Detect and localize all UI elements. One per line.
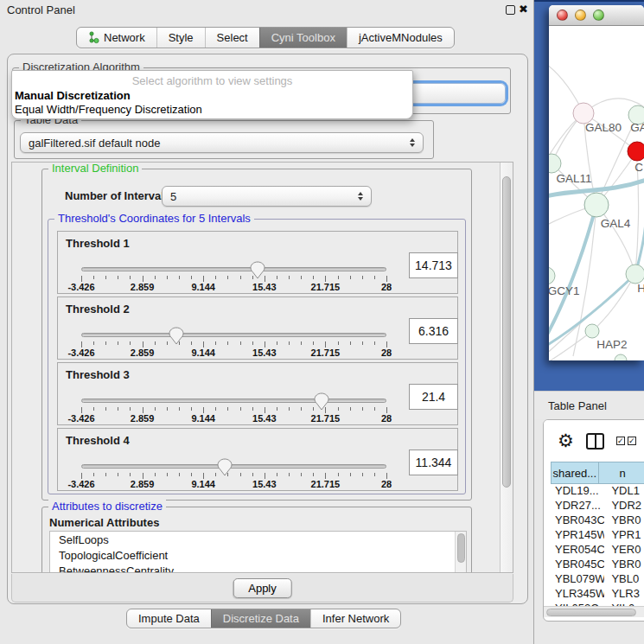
apply-strip: Apply [11, 574, 513, 603]
graph-node[interactable] [584, 193, 609, 217]
attributes-group-title: Attributes to discretize [48, 500, 166, 513]
column-header-shared[interactable]: shared... [551, 462, 599, 484]
zoom-traffic-light[interactable] [593, 10, 604, 21]
table-row[interactable]: YBL079WYBL0 [544, 572, 644, 587]
tab-network[interactable]: Network [77, 28, 156, 48]
checkbox-icon[interactable]: ✓ [628, 437, 636, 445]
cell[interactable]: YER0 [604, 543, 644, 558]
column-header-name[interactable]: n [599, 462, 644, 484]
list-item[interactable]: SelfLoops [50, 532, 466, 547]
threshold-2-slider[interactable] [81, 333, 386, 337]
graph-node[interactable] [626, 265, 644, 284]
table-row[interactable]: YDL19...YDL1 [544, 484, 644, 499]
tick-label: 9.144 [191, 348, 215, 358]
threshold-1-slider[interactable] [81, 267, 386, 271]
threshold-4-slider[interactable] [81, 464, 386, 469]
apply-button[interactable]: Apply [233, 578, 292, 598]
tick-mark [215, 407, 216, 411]
tick-mark [191, 276, 192, 279]
close-icon[interactable]: ✖ [519, 3, 528, 16]
tab-discretize-data[interactable]: Discretize Data [211, 609, 310, 628]
tick-mark [143, 276, 143, 282]
list-scrollbar[interactable] [455, 532, 466, 573]
numerical-attributes-list[interactable]: SelfLoops TopologicalCoefficient Between… [49, 531, 467, 573]
table-horizontal-scrollbar[interactable] [544, 606, 644, 617]
tick-mark [155, 341, 156, 345]
graph-node[interactable] [628, 142, 644, 161]
close-traffic-light[interactable] [557, 10, 568, 21]
graph-node[interactable] [585, 324, 599, 338]
tick-mark [130, 407, 131, 411]
cell[interactable]: YBL0 [604, 572, 644, 587]
cell[interactable]: YLR3 [604, 587, 644, 602]
graph-node[interactable] [549, 267, 555, 284]
list-item[interactable]: BetweennessCentrality [50, 563, 466, 573]
slider-tick-labels: -3.4262.8599.14415.4321.71528 [81, 413, 386, 424]
cell[interactable]: YBR0 [604, 513, 644, 528]
tick-mark [81, 473, 82, 479]
tick-mark [265, 341, 265, 348]
threshold-3-value[interactable]: 21.4 [409, 384, 458, 410]
cell[interactable]: YER054C [551, 543, 604, 558]
table-body[interactable]: YDL19...YDL1 YDR27...YDR2 YBR043CYBR0 YP… [544, 484, 644, 606]
settings-scrollbar[interactable] [500, 163, 513, 572]
table-row[interactable]: YDR27...YDR2 [544, 499, 644, 513]
algorithm-dropdown-popup: Select algorithm to view settings Manual… [11, 70, 413, 119]
cell[interactable]: YDR2 [604, 499, 644, 513]
cell[interactable]: YBR045C [551, 558, 604, 572]
table-row[interactable]: YBR045CYBR0 [544, 558, 644, 572]
table-row[interactable]: YLR345WYLR3 [544, 587, 644, 602]
graph-node[interactable] [615, 354, 627, 360]
threshold-1-block: Threshold 1 -3.4262.8599.14415.4321.7152… [57, 231, 458, 294]
cell[interactable]: YBR043C [551, 513, 604, 528]
tick-mark [374, 276, 375, 279]
list-scrollbar-thumb[interactable] [457, 533, 465, 563]
cell[interactable]: YLR345W [551, 587, 604, 602]
tick-mark [105, 276, 106, 279]
tab-jactivemnodules[interactable]: jActiveMNodules [347, 28, 454, 48]
threshold-1-value[interactable]: 14.713 [409, 252, 458, 278]
table-horizontal-scrollbar-thumb[interactable] [546, 609, 636, 616]
tick-mark [277, 341, 277, 345]
cell[interactable]: YDL1 [604, 484, 644, 499]
float-window-icon[interactable] [506, 5, 515, 15]
table-row[interactable]: YPR145WYPR1 [544, 528, 644, 543]
cell[interactable]: YBL079W [551, 572, 604, 587]
threshold-3-slider[interactable] [81, 399, 386, 403]
tick-mark [167, 341, 168, 345]
tick-label: 9.144 [191, 479, 215, 489]
tick-mark [265, 276, 265, 282]
select-columns-icons[interactable]: ✓ ✓ [616, 437, 636, 445]
cell[interactable]: YDL19... [551, 484, 604, 499]
table-data-combo[interactable]: galFiltered.sif default node [20, 132, 424, 153]
gear-icon[interactable]: ⚙ [558, 432, 574, 450]
cell[interactable]: YBR0 [604, 558, 644, 572]
tab-style[interactable]: Style [156, 28, 205, 48]
cell[interactable]: YPR1 [604, 528, 644, 543]
tick-label: 28 [381, 479, 392, 489]
minimize-traffic-light[interactable] [575, 10, 586, 21]
tick-mark [265, 407, 265, 413]
tab-select[interactable]: Select [205, 28, 259, 48]
table-row[interactable]: YER054CYER0 [544, 543, 644, 558]
cell[interactable]: YDR27... [551, 499, 604, 513]
tab-infer-network[interactable]: Infer Network [310, 609, 400, 628]
number-of-intervals-combo[interactable]: 5 [162, 186, 372, 207]
tick-mark [179, 407, 180, 411]
threshold-2-value[interactable]: 6.316 [409, 318, 458, 344]
tab-impute-data[interactable]: Impute Data [127, 609, 211, 628]
tick-mark [252, 341, 253, 345]
list-item[interactable]: TopologicalCoefficient [50, 547, 466, 563]
popup-item-manual[interactable]: Manual Discretization [15, 89, 131, 102]
network-window-titlebar[interactable] [549, 5, 644, 26]
tab-cyni-toolbox[interactable]: Cyni Toolbox [259, 28, 347, 48]
tick-mark [118, 407, 118, 411]
checkbox-icon[interactable]: ✓ [616, 437, 625, 445]
network-canvas[interactable]: GAL80GACGAL11GAL4GCY1HHAP2 [549, 26, 644, 360]
settings-scrollbar-thumb[interactable] [502, 176, 511, 488]
split-column-icon[interactable] [586, 433, 604, 450]
popup-item-equal-width[interactable]: Equal Width/Frequency Discretization [15, 103, 202, 116]
threshold-4-value[interactable]: 11.344 [409, 450, 458, 475]
cell[interactable]: YPR145W [551, 528, 604, 543]
table-row[interactable]: YBR043CYBR0 [544, 513, 644, 528]
